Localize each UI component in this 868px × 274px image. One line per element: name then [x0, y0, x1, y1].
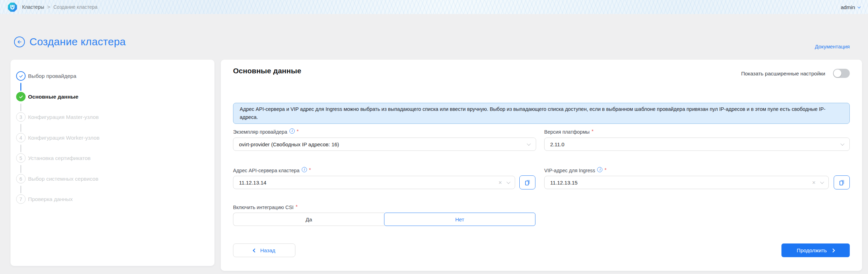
chevron-left-icon [253, 248, 257, 252]
back-button[interactable]: Назад [233, 243, 295, 257]
required-asterisk: * [297, 128, 299, 134]
api-address-input[interactable] [239, 180, 493, 186]
required-asterisk: * [604, 167, 606, 173]
csi-no-button[interactable]: Нет [384, 213, 536, 226]
step-connector [20, 145, 21, 152]
breadcrumb-root[interactable]: Кластеры [22, 4, 44, 10]
app-logo-icon[interactable] [8, 2, 17, 12]
platform-version-label: Версия платформы * [544, 128, 594, 135]
info-icon[interactable]: i [302, 167, 307, 172]
step-done-check-icon [16, 71, 26, 81]
field-label-text: VIP-адрес для Ingress [544, 168, 595, 173]
advanced-settings-toggle[interactable] [833, 69, 850, 78]
csi-label: Включить интеграцию CSI * [233, 204, 298, 211]
step-connector [20, 83, 21, 91]
stepper-sidebar: Выбор провайдера Основные данные 3 Конфи… [11, 60, 214, 266]
field-label-text: Включить интеграцию CSI [233, 205, 294, 210]
chevron-down-icon [527, 142, 531, 146]
required-asterisk: * [309, 167, 311, 173]
chevron-right-icon [831, 248, 835, 252]
field-label-text: Адрес API-сервера кластера [233, 168, 300, 173]
toggle-knob [834, 69, 841, 77]
field-label-text: Экземпляр провайдера [233, 129, 287, 135]
page-title: Создание кластера [29, 36, 126, 48]
user-menu[interactable]: admin [841, 4, 860, 10]
step-number: 4 [16, 133, 26, 142]
chevron-down-icon [857, 5, 861, 8]
main-panel: Основные данные Показать расширенные нас… [221, 60, 862, 271]
chevron-down-icon [820, 180, 824, 184]
back-arrow-button[interactable] [14, 36, 25, 47]
api-address-combobox[interactable]: ✕ [233, 176, 515, 189]
step-label: Конфигурация Worker-узлов [28, 135, 100, 141]
user-name: admin [841, 4, 855, 10]
api-address-label: Адрес API-сервера кластера i * [233, 167, 311, 174]
csi-yes-button[interactable]: Да [233, 213, 384, 226]
step-number: 6 [16, 174, 26, 183]
select-value: ovirt-provider (Свободных IP адресов: 16… [239, 141, 527, 147]
step-label: Проверка данных [28, 196, 73, 202]
csi-toggle-group: Да Нет [233, 213, 535, 226]
info-icon[interactable]: i [289, 128, 295, 134]
step-number: 3 [16, 112, 26, 122]
chevron-down-icon [840, 142, 844, 146]
provider-instance-label: Экземпляр провайдера i * [233, 128, 299, 135]
ingress-vip-copy-button[interactable] [834, 175, 850, 189]
step-label: Установка сертификатов [28, 155, 91, 161]
step-connector [20, 186, 21, 193]
chevron-down-icon [506, 180, 510, 184]
step-connector [20, 124, 21, 132]
advanced-settings-row: Показать расширенные настройки [741, 69, 850, 78]
clear-icon[interactable]: ✕ [812, 180, 816, 185]
clear-icon[interactable]: ✕ [498, 180, 502, 185]
info-banner: Адрес API-сервера и VIP адрес для Ingres… [233, 103, 850, 124]
advanced-settings-label: Показать расширенные настройки [741, 71, 825, 76]
copy-icon [838, 179, 845, 186]
select-value: 2.11.0 [550, 141, 841, 147]
step-label: Выбор провайдера [28, 73, 76, 79]
provider-instance-select[interactable]: ovirt-provider (Свободных IP адресов: 16… [233, 138, 536, 151]
step-number: 5 [16, 153, 26, 163]
top-bar: Кластеры > Создание кластера admin [0, 0, 868, 14]
ingress-vip-input[interactable] [550, 180, 807, 186]
copy-icon [524, 179, 531, 186]
step-label: Основные данные [28, 94, 78, 100]
step-label: Выбор системных сервисов [28, 176, 98, 182]
continue-button-label: Продолжить [797, 247, 827, 253]
step-number: 7 [16, 194, 26, 204]
ingress-vip-label: VIP-адрес для Ingress i * [544, 167, 607, 174]
ingress-vip-combobox[interactable]: ✕ [544, 176, 829, 189]
api-address-copy-button[interactable] [519, 175, 535, 189]
step-active-check-icon [16, 92, 26, 101]
info-icon[interactable]: i [597, 167, 602, 172]
section-title: Основные данные [233, 67, 301, 75]
step-label: Конфигурация Master-узлов [28, 114, 99, 120]
breadcrumb-separator: > [47, 4, 50, 10]
continue-button[interactable]: Продолжить [781, 243, 850, 257]
back-button-label: Назад [260, 247, 275, 253]
required-asterisk: * [592, 128, 593, 134]
platform-version-select[interactable]: 2.11.0 [544, 138, 850, 151]
step-connector [20, 103, 21, 111]
required-asterisk: * [296, 204, 298, 209]
breadcrumb-current: Создание кластера [53, 4, 97, 10]
field-label-text: Версия платформы [544, 129, 589, 135]
documentation-link[interactable]: Документация [815, 44, 850, 49]
step-connector [20, 165, 21, 173]
arrow-left-icon [16, 39, 22, 45]
